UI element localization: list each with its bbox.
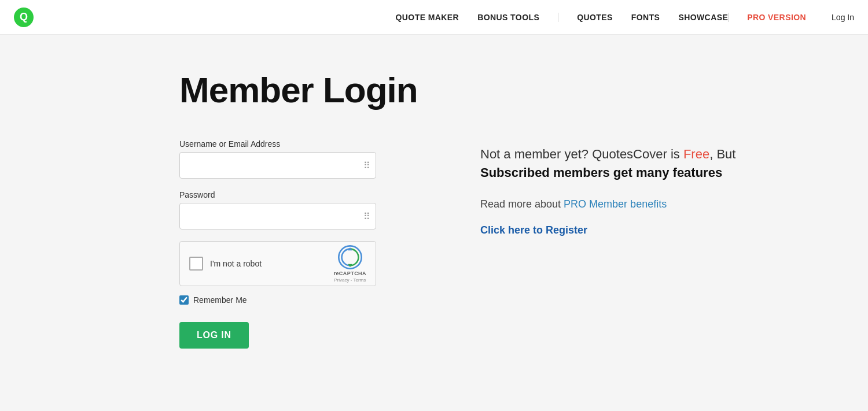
- pro-member-benefits-link[interactable]: PRO Member benefits: [564, 198, 667, 210]
- username-input[interactable]: [179, 152, 376, 179]
- username-label: Username or Email Address: [179, 139, 376, 149]
- captcha-checkbox[interactable]: [189, 257, 203, 271]
- password-input-wrapper: ⠿: [179, 203, 376, 229]
- captcha-right: reCAPTCHA Privacy - Terms: [333, 245, 366, 283]
- login-link[interactable]: Log In: [832, 13, 854, 22]
- header-actions: PRO VERSION Log In: [728, 13, 854, 22]
- info-sub-label: Read more about: [480, 198, 564, 210]
- pro-version-link[interactable]: PRO VERSION: [747, 13, 806, 22]
- captcha-left: I'm not a robot: [189, 257, 262, 271]
- info-sub-text: Read more about PRO Member benefits: [480, 198, 758, 210]
- logo-icon: Q: [14, 8, 34, 27]
- nav-quote-maker[interactable]: QUOTE MAKER: [396, 13, 459, 22]
- logo[interactable]: Q: [14, 8, 34, 27]
- nav-bonus-tools[interactable]: BONUS TOOLS: [477, 13, 539, 22]
- info-description: Not a member yet? QuotesCover is Free, B…: [480, 145, 758, 182]
- username-input-wrapper: ⠿: [179, 152, 376, 179]
- remember-me-group: Remember Me: [179, 295, 376, 305]
- username-icon: ⠿: [363, 160, 370, 171]
- password-input[interactable]: [179, 203, 376, 229]
- nav-quotes[interactable]: QUOTES: [577, 13, 613, 22]
- nav-right: QUOTES FONTS SHOWCASE: [577, 13, 728, 22]
- info-line1: Not a member yet? QuotesCover is: [480, 147, 683, 161]
- password-label: Password: [179, 190, 376, 199]
- login-form: Username or Email Address ⠿ Password ⠿ I…: [179, 139, 376, 349]
- login-layout: Username or Email Address ⠿ Password ⠿ I…: [179, 139, 758, 349]
- captcha-links: Privacy - Terms: [334, 277, 366, 283]
- captcha-widget[interactable]: I'm not a robot reCAPTCHA Privacy - Term…: [179, 241, 376, 286]
- recaptcha-logo-icon: [338, 245, 362, 269]
- info-free-word: Free: [683, 147, 709, 161]
- header: Q QUOTE MAKER BONUS TOOLS QUOTES FONTS S…: [0, 0, 868, 35]
- nav-showcase[interactable]: SHOWCASE: [678, 13, 728, 22]
- login-info-panel: Not a member yet? QuotesCover is Free, B…: [480, 139, 758, 236]
- remember-me-checkbox[interactable]: [179, 295, 189, 305]
- register-link[interactable]: Click here to Register: [480, 224, 587, 236]
- main-content: Member Login Username or Email Address ⠿…: [87, 35, 781, 372]
- username-group: Username or Email Address ⠿: [179, 139, 376, 179]
- password-group: Password ⠿: [179, 190, 376, 229]
- captcha-brand-label: reCAPTCHA: [333, 271, 366, 276]
- nav-left: QUOTE MAKER BONUS TOOLS: [396, 13, 559, 22]
- info-line2: , But: [709, 147, 735, 161]
- info-bold-text: Subscribed members get many features: [480, 165, 722, 180]
- login-button[interactable]: LOG IN: [179, 322, 249, 349]
- page-title: Member Login: [179, 69, 758, 110]
- password-icon: ⠿: [363, 211, 370, 222]
- captcha-label: I'm not a robot: [210, 259, 262, 268]
- remember-me-label: Remember Me: [193, 295, 247, 305]
- nav-fonts[interactable]: FONTS: [631, 13, 660, 22]
